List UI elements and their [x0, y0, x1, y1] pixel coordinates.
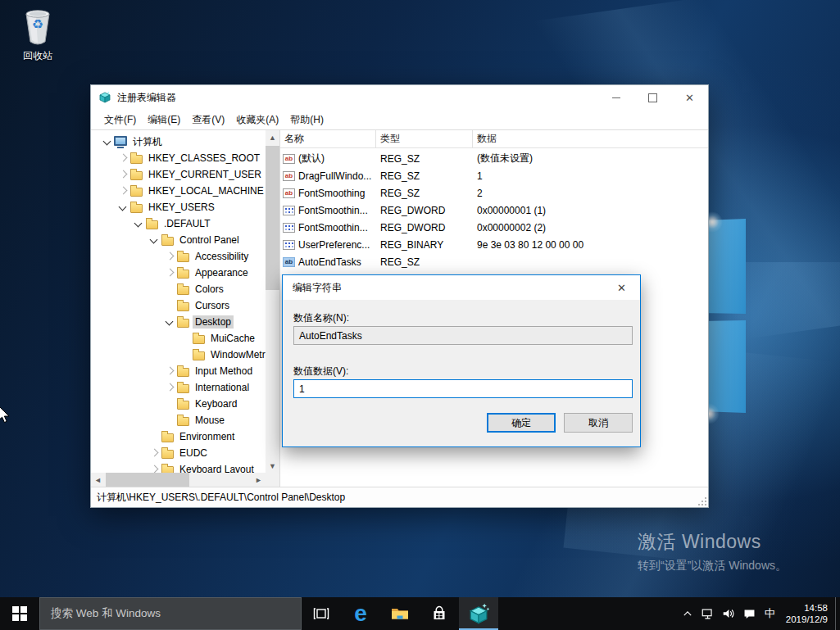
recycle-bin-shortcut[interactable]: ♻ 回收站 — [11, 7, 64, 63]
resize-grip[interactable] — [697, 496, 706, 505]
chevron-collapsed-icon[interactable] — [163, 266, 176, 279]
reg-sz-icon: ab — [283, 171, 295, 181]
column-header-name[interactable]: 名称 — [280, 130, 376, 147]
scrollbar-thumb[interactable] — [266, 146, 279, 290]
menu-view[interactable]: 查看(V) — [186, 111, 230, 129]
task-view-button[interactable] — [302, 597, 341, 630]
close-button[interactable]: ✕ — [671, 85, 708, 110]
minimize-button[interactable] — [597, 85, 634, 110]
tree-item-computer[interactable]: 计算机 — [91, 134, 266, 150]
tray-notifications-button[interactable] — [739, 597, 760, 630]
chevron-collapsed-icon[interactable] — [163, 381, 176, 394]
tree-item-windowmetrics[interactable]: WindowMetrics — [91, 347, 266, 363]
scroll-left-arrow-icon[interactable]: ◄ — [91, 473, 105, 487]
chevron-expanded-icon[interactable] — [101, 135, 114, 148]
tree-item-muicache[interactable]: MuiCache — [91, 330, 266, 347]
value-row-fontsmoothingtype[interactable]: FontSmoothin... REG_DWORD 0x00000002 (2) — [280, 219, 708, 236]
menu-file[interactable]: 文件(F) — [98, 111, 142, 129]
tree-item-eudc[interactable]: EUDC — [91, 445, 266, 461]
tree-item-environment[interactable]: Environment — [91, 428, 266, 445]
cancel-button[interactable]: 取消 — [564, 413, 633, 433]
ok-button[interactable]: 确定 — [487, 413, 556, 433]
dialog-close-button[interactable]: ✕ — [603, 275, 640, 300]
maximize-button[interactable] — [634, 85, 671, 110]
folder-icon — [177, 417, 189, 426]
tray-chevron-button[interactable] — [678, 597, 698, 630]
value-data-input[interactable]: 1 — [293, 379, 633, 398]
scroll-up-arrow-icon[interactable]: ▲ — [266, 130, 279, 144]
taskbar-search-box[interactable]: 搜索 Web 和 Windows — [39, 597, 302, 630]
menu-favorites[interactable]: 收藏夹(A) — [230, 111, 284, 129]
tree-item-keyboard-layout[interactable]: Keyboard Layout — [91, 461, 266, 473]
tree-item-input-method[interactable]: Input Method — [91, 363, 266, 379]
column-header-data[interactable]: 数据 — [473, 130, 708, 147]
system-tray: 中 14:58 2019/12/9 — [678, 597, 840, 630]
show-desktop-button[interactable] — [835, 597, 840, 630]
store-button[interactable] — [420, 597, 459, 630]
chevron-expanded-icon[interactable] — [132, 217, 145, 230]
value-row-userpreferences[interactable]: UserPreferenc... REG_BINARY 9e 3e 03 80 … — [280, 236, 708, 253]
tree-vertical-scrollbar[interactable]: ▲ ▼ — [266, 130, 279, 473]
tree-item-hkey-current-user[interactable]: HKEY_CURRENT_USER — [91, 166, 266, 183]
list-rows: ab(默认) REG_SZ (数值未设置) abDragFullWindo...… — [280, 148, 708, 270]
value-row-dragfullwindows[interactable]: abDragFullWindo... REG_SZ 1 — [280, 167, 708, 184]
watermark-title: 激活 Windows — [638, 529, 787, 555]
tree-item-label: HKEY_CLASSES_ROOT — [146, 152, 262, 165]
tree-item-hkey-classes-root[interactable]: HKEY_CLASSES_ROOT — [91, 150, 266, 166]
edge-browser-button[interactable]: e — [341, 597, 380, 630]
tree-item-appearance[interactable]: Appearance — [91, 265, 266, 281]
tree-item-default[interactable]: .DEFAULT — [91, 215, 266, 232]
tree-item-colors[interactable]: Colors — [91, 281, 266, 297]
chevron-collapsed-icon[interactable] — [116, 184, 129, 197]
tree-horizontal-scrollbar[interactable]: ◄ ► — [91, 473, 266, 487]
dialog-title-bar[interactable]: 编辑字符串 ✕ — [283, 275, 640, 300]
chevron-collapsed-icon[interactable] — [116, 152, 129, 165]
regedit-taskbar-button[interactable] — [459, 597, 498, 630]
chevron-spacer — [163, 299, 176, 312]
folder-icon — [161, 237, 174, 246]
folder-icon — [177, 368, 189, 377]
chevron-collapsed-icon[interactable] — [116, 168, 129, 181]
chevron-collapsed-icon[interactable] — [163, 250, 176, 263]
value-row-autoendtasks[interactable]: abAutoEndTasks REG_SZ — [280, 253, 708, 270]
title-bar[interactable]: 注册表编辑器 ✕ — [91, 85, 708, 110]
tree-item-mouse[interactable]: Mouse — [91, 412, 266, 428]
value-name: FontSmoothing — [298, 188, 365, 199]
tray-network-button[interactable] — [698, 597, 719, 630]
tray-ime-indicator[interactable]: 中 — [760, 597, 780, 630]
tree-item-hkey-local-machine[interactable]: HKEY_LOCAL_MACHINE — [91, 183, 266, 199]
menu-edit[interactable]: 编辑(E) — [142, 111, 186, 129]
scroll-down-arrow-icon[interactable]: ▼ — [266, 459, 279, 473]
value-row-fontsmoothinggamma[interactable]: FontSmoothin... REG_DWORD 0x00000001 (1) — [280, 202, 708, 219]
chevron-expanded-icon[interactable] — [148, 233, 161, 247]
chevron-expanded-icon[interactable] — [116, 201, 129, 214]
value-data: 0x00000002 (2) — [473, 222, 708, 233]
value-row-fontsmoothing[interactable]: abFontSmoothing REG_SZ 2 — [280, 184, 708, 202]
value-name-field[interactable]: AutoEndTasks — [293, 326, 633, 345]
start-button[interactable] — [0, 597, 39, 630]
recycle-arrows-icon: ♻ — [19, 18, 57, 31]
folder-icon — [177, 286, 189, 295]
tree-item-accessibility[interactable]: Accessibility — [91, 248, 266, 265]
tree-item-international[interactable]: International — [91, 379, 266, 396]
chevron-collapsed-icon[interactable] — [148, 463, 161, 473]
tree-item-keyboard[interactable]: Keyboard — [91, 396, 266, 412]
tree-item-control-panel[interactable]: Control Panel — [91, 232, 266, 248]
file-explorer-button[interactable] — [380, 597, 420, 630]
chevron-expanded-icon[interactable] — [163, 315, 176, 329]
tree-item-desktop[interactable]: Desktop — [91, 314, 266, 330]
tree-item-hkey-users[interactable]: HKEY_USERS — [91, 199, 266, 215]
chevron-collapsed-icon[interactable] — [148, 446, 161, 460]
tree-item-label: Desktop — [193, 315, 234, 329]
column-header-type[interactable]: 类型 — [376, 130, 473, 147]
tray-clock[interactable]: 14:58 2019/12/9 — [780, 602, 835, 625]
chevron-spacer — [179, 348, 192, 361]
chevron-collapsed-icon[interactable] — [163, 365, 176, 378]
tree-item-cursors[interactable]: Cursors — [91, 297, 266, 314]
scroll-right-arrow-icon[interactable]: ► — [252, 473, 266, 487]
menu-help[interactable]: 帮助(H) — [284, 111, 329, 129]
tree-item-label: Input Method — [193, 365, 255, 378]
value-row-default[interactable]: ab(默认) REG_SZ (数值未设置) — [280, 150, 708, 167]
scrollbar-thumb[interactable] — [106, 473, 189, 487]
tray-volume-button[interactable] — [719, 597, 739, 630]
